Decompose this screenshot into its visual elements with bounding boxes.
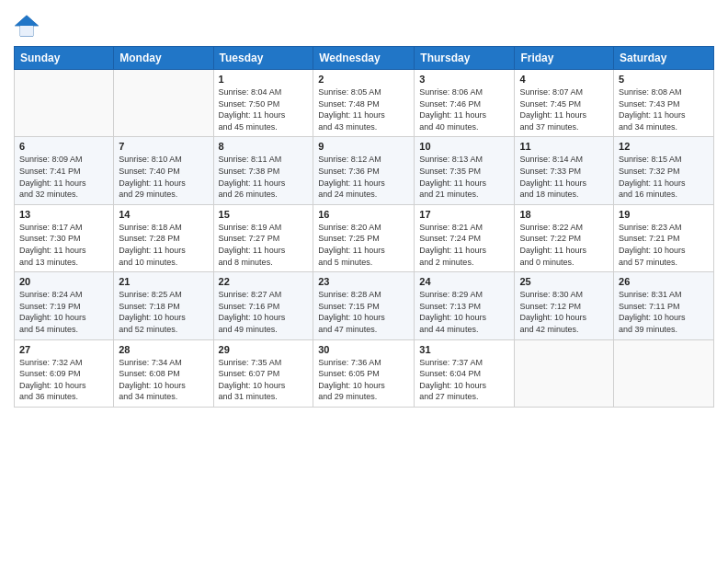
day-info: Sunrise: 8:13 AM Sunset: 7:35 PM Dayligh… xyxy=(419,154,509,200)
day-number: 24 xyxy=(419,276,509,287)
calendar-cell: 27Sunrise: 7:32 AM Sunset: 6:09 PM Dayli… xyxy=(15,339,114,407)
day-info: Sunrise: 8:05 AM Sunset: 7:48 PM Dayligh… xyxy=(318,86,409,132)
calendar-cell: 26Sunrise: 8:31 AM Sunset: 7:11 PM Dayli… xyxy=(614,272,714,339)
weekday-header: Wednesday xyxy=(313,47,415,70)
day-info: Sunrise: 7:35 AM Sunset: 6:07 PM Dayligh… xyxy=(219,357,309,403)
day-info: Sunrise: 8:08 AM Sunset: 7:43 PM Dayligh… xyxy=(619,86,709,132)
calendar-cell: 17Sunrise: 8:21 AM Sunset: 7:24 PM Dayli… xyxy=(415,204,515,271)
calendar-cell xyxy=(614,339,714,407)
calendar-table: SundayMondayTuesdayWednesdayThursdayFrid… xyxy=(14,46,714,408)
calendar-cell: 8Sunrise: 8:11 AM Sunset: 7:38 PM Daylig… xyxy=(213,137,313,204)
day-number: 11 xyxy=(519,141,609,152)
calendar-week-row: 6Sunrise: 8:09 AM Sunset: 7:41 PM Daylig… xyxy=(15,137,714,204)
logo-icon xyxy=(14,13,40,39)
day-info: Sunrise: 7:32 AM Sunset: 6:09 PM Dayligh… xyxy=(19,357,108,403)
calendar-cell: 9Sunrise: 8:12 AM Sunset: 7:36 PM Daylig… xyxy=(313,137,415,204)
day-number: 30 xyxy=(318,344,409,355)
calendar-cell: 11Sunrise: 8:14 AM Sunset: 7:33 PM Dayli… xyxy=(515,137,614,204)
day-info: Sunrise: 8:24 AM Sunset: 7:19 PM Dayligh… xyxy=(19,289,108,335)
day-number: 17 xyxy=(419,209,509,220)
day-info: Sunrise: 8:30 AM Sunset: 7:12 PM Dayligh… xyxy=(519,289,609,335)
calendar-cell: 4Sunrise: 8:07 AM Sunset: 7:45 PM Daylig… xyxy=(515,70,614,137)
calendar-cell: 23Sunrise: 8:28 AM Sunset: 7:15 PM Dayli… xyxy=(313,272,415,339)
header xyxy=(14,9,714,39)
day-info: Sunrise: 8:17 AM Sunset: 7:30 PM Dayligh… xyxy=(19,222,108,268)
day-info: Sunrise: 8:27 AM Sunset: 7:16 PM Dayligh… xyxy=(219,289,309,335)
calendar-cell: 22Sunrise: 8:27 AM Sunset: 7:16 PM Dayli… xyxy=(213,272,313,339)
calendar-cell: 19Sunrise: 8:23 AM Sunset: 7:21 PM Dayli… xyxy=(614,204,714,271)
day-number: 18 xyxy=(519,209,609,220)
calendar-cell: 7Sunrise: 8:10 AM Sunset: 7:40 PM Daylig… xyxy=(114,137,213,204)
calendar-cell xyxy=(15,70,114,137)
day-info: Sunrise: 8:29 AM Sunset: 7:13 PM Dayligh… xyxy=(419,289,509,335)
day-number: 1 xyxy=(219,74,309,85)
calendar-week-row: 27Sunrise: 7:32 AM Sunset: 6:09 PM Dayli… xyxy=(15,339,714,407)
calendar-cell: 10Sunrise: 8:13 AM Sunset: 7:35 PM Dayli… xyxy=(415,137,515,204)
day-number: 4 xyxy=(519,74,609,85)
day-number: 13 xyxy=(19,209,108,220)
logo xyxy=(14,13,41,39)
weekday-header: Saturday xyxy=(614,47,714,70)
day-number: 20 xyxy=(19,276,108,287)
day-info: Sunrise: 8:19 AM Sunset: 7:27 PM Dayligh… xyxy=(219,222,309,268)
calendar-week-row: 1Sunrise: 8:04 AM Sunset: 7:50 PM Daylig… xyxy=(15,70,714,137)
day-number: 21 xyxy=(119,276,208,287)
day-info: Sunrise: 8:04 AM Sunset: 7:50 PM Dayligh… xyxy=(219,86,309,132)
calendar-cell: 3Sunrise: 8:06 AM Sunset: 7:46 PM Daylig… xyxy=(415,70,515,137)
calendar-cell: 6Sunrise: 8:09 AM Sunset: 7:41 PM Daylig… xyxy=(15,137,114,204)
day-number: 31 xyxy=(419,344,509,355)
day-info: Sunrise: 8:20 AM Sunset: 7:25 PM Dayligh… xyxy=(318,222,409,268)
day-number: 5 xyxy=(619,74,709,85)
calendar-header-row: SundayMondayTuesdayWednesdayThursdayFrid… xyxy=(15,47,714,70)
calendar-cell: 28Sunrise: 7:34 AM Sunset: 6:08 PM Dayli… xyxy=(114,339,213,407)
calendar-cell: 14Sunrise: 8:18 AM Sunset: 7:28 PM Dayli… xyxy=(114,204,213,271)
calendar-cell: 24Sunrise: 8:29 AM Sunset: 7:13 PM Dayli… xyxy=(415,272,515,339)
calendar-week-row: 13Sunrise: 8:17 AM Sunset: 7:30 PM Dayli… xyxy=(15,204,714,271)
day-number: 14 xyxy=(119,209,208,220)
day-number: 9 xyxy=(318,141,409,152)
svg-marker-3 xyxy=(15,16,38,26)
day-info: Sunrise: 8:18 AM Sunset: 7:28 PM Dayligh… xyxy=(119,222,208,268)
day-info: Sunrise: 8:31 AM Sunset: 7:11 PM Dayligh… xyxy=(619,289,709,335)
calendar-cell: 13Sunrise: 8:17 AM Sunset: 7:30 PM Dayli… xyxy=(15,204,114,271)
calendar-cell: 30Sunrise: 7:36 AM Sunset: 6:05 PM Dayli… xyxy=(313,339,415,407)
day-info: Sunrise: 8:06 AM Sunset: 7:46 PM Dayligh… xyxy=(419,86,509,132)
calendar-cell: 31Sunrise: 7:37 AM Sunset: 6:04 PM Dayli… xyxy=(415,339,515,407)
calendar-week-row: 20Sunrise: 8:24 AM Sunset: 7:19 PM Dayli… xyxy=(15,272,714,339)
day-number: 19 xyxy=(619,209,709,220)
calendar-cell: 20Sunrise: 8:24 AM Sunset: 7:19 PM Dayli… xyxy=(15,272,114,339)
day-number: 8 xyxy=(219,141,309,152)
day-info: Sunrise: 8:07 AM Sunset: 7:45 PM Dayligh… xyxy=(519,86,609,132)
day-number: 2 xyxy=(318,74,409,85)
calendar-cell xyxy=(515,339,614,407)
day-number: 29 xyxy=(219,344,309,355)
day-info: Sunrise: 7:37 AM Sunset: 6:04 PM Dayligh… xyxy=(419,357,509,403)
day-number: 28 xyxy=(119,344,208,355)
calendar-cell: 18Sunrise: 8:22 AM Sunset: 7:22 PM Dayli… xyxy=(515,204,614,271)
calendar-cell: 25Sunrise: 8:30 AM Sunset: 7:12 PM Dayli… xyxy=(515,272,614,339)
svg-rect-2 xyxy=(20,26,33,36)
calendar-cell: 1Sunrise: 8:04 AM Sunset: 7:50 PM Daylig… xyxy=(213,70,313,137)
day-number: 23 xyxy=(318,276,409,287)
day-info: Sunrise: 8:21 AM Sunset: 7:24 PM Dayligh… xyxy=(419,222,509,268)
day-info: Sunrise: 8:14 AM Sunset: 7:33 PM Dayligh… xyxy=(519,154,609,200)
day-number: 3 xyxy=(419,74,509,85)
day-info: Sunrise: 8:28 AM Sunset: 7:15 PM Dayligh… xyxy=(318,289,409,335)
day-number: 26 xyxy=(619,276,709,287)
day-number: 15 xyxy=(219,209,309,220)
calendar-cell: 16Sunrise: 8:20 AM Sunset: 7:25 PM Dayli… xyxy=(313,204,415,271)
day-number: 12 xyxy=(619,141,709,152)
weekday-header: Sunday xyxy=(15,47,114,70)
calendar-cell: 2Sunrise: 8:05 AM Sunset: 7:48 PM Daylig… xyxy=(313,70,415,137)
calendar-cell xyxy=(114,70,213,137)
day-number: 6 xyxy=(19,141,108,152)
day-info: Sunrise: 8:23 AM Sunset: 7:21 PM Dayligh… xyxy=(619,222,709,268)
day-info: Sunrise: 8:09 AM Sunset: 7:41 PM Dayligh… xyxy=(19,154,108,200)
day-info: Sunrise: 7:34 AM Sunset: 6:08 PM Dayligh… xyxy=(119,357,208,403)
day-number: 7 xyxy=(119,141,208,152)
day-info: Sunrise: 8:12 AM Sunset: 7:36 PM Dayligh… xyxy=(318,154,409,200)
weekday-header: Thursday xyxy=(415,47,515,70)
day-info: Sunrise: 8:15 AM Sunset: 7:32 PM Dayligh… xyxy=(619,154,709,200)
day-number: 27 xyxy=(19,344,108,355)
day-info: Sunrise: 8:11 AM Sunset: 7:38 PM Dayligh… xyxy=(219,154,309,200)
